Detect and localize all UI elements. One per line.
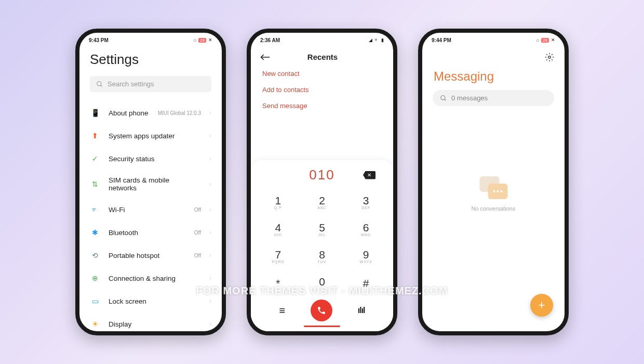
status-bar: 9:43 PM ⌂ 28 ✕ — [79, 33, 222, 47]
key-number: 7 — [275, 249, 281, 261]
settings-item[interactable]: ✓Security status› — [90, 147, 211, 170]
status-bar: 2:36 AM ◢ ᯤ ▮ — [251, 33, 393, 47]
empty-text: No conversations — [472, 205, 516, 212]
home-indicator[interactable] — [304, 326, 340, 327]
dialpad-key[interactable]: 3DEF — [344, 188, 388, 215]
dialpad-key[interactable]: 4GHI — [256, 215, 300, 242]
chevron-right-icon: › — [209, 320, 211, 328]
item-icon: ☀ — [90, 319, 100, 329]
key-number: 6 — [363, 222, 369, 234]
call-button[interactable] — [311, 300, 332, 321]
chat-bubble-icon — [479, 176, 507, 199]
settings-item[interactable]: ▭Lock screen› — [90, 290, 211, 313]
page-title: Settings — [90, 51, 211, 68]
item-label: About phone — [109, 109, 150, 117]
battery-badge: 28 — [198, 38, 206, 43]
watermark-text: FOR MORE THEMES VISIT - MIUITHEMEZ.COM — [196, 285, 448, 297]
key-letters: DEF — [361, 206, 370, 210]
chevron-right-icon: › — [209, 180, 211, 188]
key-letters: WXYZ — [360, 260, 372, 264]
status-icons: ◢ ᯤ ▮ — [369, 37, 384, 43]
settings-item[interactable]: ᯤWi-FiOff› — [90, 198, 211, 221]
item-label: Connection & sharing — [109, 275, 193, 282]
dialpad-key[interactable]: 6MNO — [344, 215, 388, 242]
backspace-button[interactable]: ✕ — [363, 171, 375, 179]
battery-badge: 28 — [541, 38, 549, 43]
wifi-icon: ᯤ — [374, 37, 379, 43]
status-time: 2:36 AM — [260, 37, 280, 43]
key-letters: TUV — [317, 260, 326, 264]
key-number: 8 — [319, 249, 325, 261]
search-placeholder: Search settings — [108, 80, 154, 88]
settings-item[interactable]: ✱BluetoothOff› — [90, 221, 211, 244]
dialer-action[interactable]: New contact — [262, 70, 382, 77]
search-input[interactable]: Search settings — [90, 76, 211, 92]
item-icon: ᯤ — [90, 204, 100, 215]
key-letters: Q.P — [274, 206, 282, 210]
item-icon: ✱ — [90, 227, 100, 238]
dialpad-key[interactable]: 2ABC — [300, 188, 344, 215]
dialer-header: Recents — [251, 47, 393, 67]
dialpad: 010 ✕ 1Q.P2ABC3DEF4GHI5JKL6MNO7PQRS8TUV9… — [251, 159, 393, 331]
chevron-right-icon: › — [209, 109, 211, 116]
menu-button[interactable]: ≡ — [279, 305, 285, 317]
empty-state: No conversations — [472, 176, 516, 212]
item-label: Bluetooth — [109, 229, 186, 237]
recents-title: Recents — [261, 53, 384, 61]
settings-item[interactable]: ⟲Portable hotspotOff› — [90, 244, 211, 267]
key-number: 9 — [363, 249, 369, 261]
status-icons: ⌂ 28 ✕ — [536, 37, 555, 43]
item-value: MIUI Global 12.0.3 — [158, 110, 201, 116]
key-number: 4 — [275, 222, 281, 234]
search-icon — [96, 81, 103, 88]
item-label: SIM cards & mobile networks — [109, 176, 193, 192]
chevron-right-icon: › — [209, 206, 211, 213]
voicemail-button[interactable]: ılıl — [358, 306, 365, 315]
item-icon: ⬆ — [90, 131, 100, 141]
settings-item[interactable]: ☀Display› — [90, 313, 211, 335]
dialer-action[interactable]: Add to contacts — [262, 86, 382, 94]
camera-icon: ⌂ — [194, 37, 196, 43]
status-extra: ✕ — [208, 37, 212, 43]
item-icon: 📱 — [90, 108, 100, 118]
key-letters: MNO — [361, 233, 371, 237]
status-icons: ⌂ 28 ✕ — [194, 37, 212, 43]
item-label: Display — [109, 320, 193, 328]
status-time: 9:43 PM — [89, 37, 109, 43]
messaging-title: Messaging — [422, 67, 565, 90]
svg-point-4 — [441, 95, 445, 99]
svg-point-0 — [97, 81, 101, 85]
chevron-right-icon: › — [209, 297, 211, 305]
status-extra: ✕ — [551, 37, 555, 43]
search-input[interactable]: 0 messages — [433, 90, 554, 106]
key-number: 1 — [275, 194, 281, 207]
item-icon: ✓ — [90, 153, 100, 164]
chevron-right-icon: › — [209, 229, 211, 236]
battery-icon: ▮ — [381, 37, 384, 43]
settings-item[interactable]: ⇅SIM cards & mobile networks› — [90, 170, 211, 198]
dialpad-key[interactable]: 1Q.P — [256, 188, 300, 215]
signal-icon: ◢ — [369, 37, 372, 43]
dialpad-key[interactable]: 7PQRS — [256, 242, 300, 269]
chevron-right-icon: › — [209, 275, 211, 282]
item-label: Security status — [109, 155, 193, 163]
key-letters: ABC — [317, 206, 326, 210]
dialpad-key[interactable]: 5JKL — [300, 215, 344, 242]
status-bar: 9:44 PM ⌂ 28 ✕ — [422, 33, 565, 47]
item-label: Portable hotspot — [109, 252, 186, 259]
settings-item[interactable]: ⬆System apps updater› — [90, 124, 211, 147]
compose-button[interactable]: + — [530, 294, 553, 317]
settings-item[interactable]: ⊕Connection & sharing› — [90, 267, 211, 290]
settings-item[interactable]: 📱About phoneMIUI Global 12.0.3› — [90, 101, 211, 124]
item-icon: ⇅ — [90, 179, 100, 189]
item-icon: ⟲ — [90, 250, 100, 261]
dialpad-key[interactable]: 9WXYZ — [344, 242, 388, 269]
svg-point-3 — [548, 56, 551, 59]
svg-line-1 — [101, 85, 102, 86]
settings-gear-icon[interactable] — [545, 53, 554, 62]
key-letters: JKL — [318, 233, 326, 237]
dialer-action[interactable]: Send message — [262, 102, 382, 110]
dialpad-key[interactable]: 8TUV — [300, 242, 344, 269]
item-value: Off — [194, 230, 201, 236]
dialed-number: 010 — [309, 167, 334, 183]
